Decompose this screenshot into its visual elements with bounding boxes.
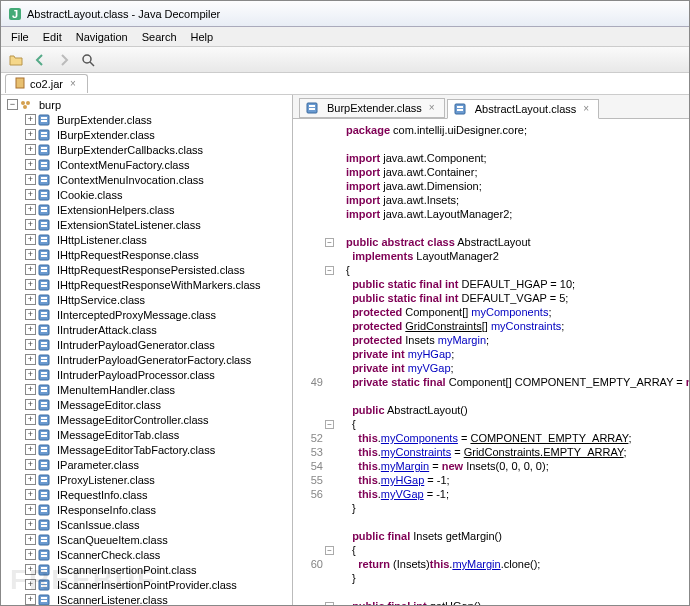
tree-item[interactable]: +IHttpRequestResponsePersisted.class — [1, 262, 292, 277]
expand-icon[interactable]: + — [25, 474, 36, 485]
code-viewer[interactable]: − − 49 −5253545556 −60 − 68 −75−76 78 −8… — [293, 119, 689, 605]
expand-icon[interactable]: + — [25, 174, 36, 185]
cls-icon — [38, 294, 52, 306]
close-icon[interactable]: × — [580, 103, 592, 115]
menu-search[interactable]: Search — [136, 29, 183, 45]
expand-icon[interactable]: + — [25, 399, 36, 410]
tree-item[interactable]: +IIntruderPayloadGeneratorFactory.class — [1, 352, 292, 367]
svg-rect-165 — [309, 105, 315, 107]
expand-icon[interactable]: + — [25, 549, 36, 560]
menu-edit[interactable]: Edit — [37, 29, 68, 45]
expand-icon[interactable]: + — [25, 429, 36, 440]
expand-icon[interactable]: + — [25, 504, 36, 515]
tree-item[interactable]: +IHttpListener.class — [1, 232, 292, 247]
expand-icon[interactable]: + — [25, 189, 36, 200]
tree-item[interactable]: +IContextMenuInvocation.class — [1, 172, 292, 187]
expand-icon[interactable]: + — [25, 129, 36, 140]
tree-item[interactable]: +IBurpExtender.class — [1, 127, 292, 142]
tree-item[interactable]: +IScannerCheck.class — [1, 547, 292, 562]
tree-item[interactable]: +IMessageEditor.class — [1, 397, 292, 412]
expand-icon[interactable]: + — [25, 144, 36, 155]
tree-item[interactable]: +IResponseInfo.class — [1, 502, 292, 517]
expand-icon[interactable]: + — [25, 444, 36, 455]
tree-item[interactable]: +IBurpExtenderCallbacks.class — [1, 142, 292, 157]
tree-item[interactable]: +IRequestInfo.class — [1, 487, 292, 502]
expand-icon[interactable]: + — [25, 279, 36, 290]
fold-icon[interactable]: − — [325, 238, 334, 247]
tree-item[interactable]: +IHttpRequestResponse.class — [1, 247, 292, 262]
open-button[interactable] — [5, 49, 27, 71]
svg-rect-57 — [41, 357, 47, 359]
tree-item[interactable]: +IScanIssue.class — [1, 517, 292, 532]
tree-item[interactable]: +IIntruderPayloadGenerator.class — [1, 337, 292, 352]
menu-navigation[interactable]: Navigation — [70, 29, 134, 45]
tree-item[interactable]: −burp — [1, 97, 292, 112]
forward-button[interactable] — [53, 49, 75, 71]
tree-item[interactable]: +IScannerListener.class — [1, 592, 292, 605]
expand-icon[interactable]: + — [25, 294, 36, 305]
expand-icon[interactable]: + — [25, 114, 36, 125]
tree-item[interactable]: +IMessageEditorTabFactory.class — [1, 442, 292, 457]
expand-icon[interactable]: + — [25, 459, 36, 470]
package-tree[interactable]: −burp+BurpExtender.class+IBurpExtender.c… — [1, 95, 293, 605]
expand-icon[interactable]: + — [25, 369, 36, 380]
tree-item[interactable]: +IProxyListener.class — [1, 472, 292, 487]
jar-tab[interactable]: co2.jar × — [5, 74, 88, 93]
tree-item[interactable]: +IMessageEditorTab.class — [1, 427, 292, 442]
collapse-icon[interactable]: − — [7, 99, 18, 110]
expand-icon[interactable]: + — [25, 204, 36, 215]
svg-rect-51 — [41, 327, 47, 329]
tree-item[interactable]: +BurpExtender.class — [1, 112, 292, 127]
expand-icon[interactable]: + — [25, 264, 36, 275]
menu-help[interactable]: Help — [185, 29, 220, 45]
fold-icon[interactable]: − — [325, 420, 334, 429]
tree-item[interactable]: +IExtensionStateListener.class — [1, 217, 292, 232]
tree-item-label: IProxyListener.class — [55, 474, 157, 486]
tree-item[interactable]: +IMenuItemHandler.class — [1, 382, 292, 397]
expand-icon[interactable]: + — [25, 234, 36, 245]
expand-icon[interactable]: + — [25, 159, 36, 170]
tree-item[interactable]: +IHttpRequestResponseWithMarkers.class — [1, 277, 292, 292]
close-icon[interactable]: × — [67, 78, 79, 90]
expand-icon[interactable]: + — [25, 534, 36, 545]
expand-icon[interactable]: + — [25, 339, 36, 350]
fold-icon[interactable]: − — [325, 602, 334, 606]
tree-item[interactable]: +IMessageEditorController.class — [1, 412, 292, 427]
tree-item[interactable]: +IIntruderPayloadProcessor.class — [1, 367, 292, 382]
tree-item[interactable]: +IInterceptedProxyMessage.class — [1, 307, 292, 322]
expand-icon[interactable]: + — [25, 414, 36, 425]
tree-item[interactable]: +IContextMenuFactory.class — [1, 157, 292, 172]
menu-file[interactable]: File — [5, 29, 35, 45]
search-button[interactable] — [77, 49, 99, 71]
close-icon[interactable]: × — [426, 102, 438, 114]
fold-icon[interactable]: − — [325, 266, 334, 275]
expand-icon[interactable]: + — [25, 594, 36, 605]
fold-icon[interactable]: − — [325, 546, 334, 555]
expand-icon[interactable]: + — [25, 249, 36, 260]
expand-icon[interactable]: + — [25, 324, 36, 335]
expand-icon[interactable]: + — [25, 309, 36, 320]
tree-item-label: IMessageEditor.class — [55, 399, 163, 411]
tree-item[interactable]: +IScanQueueItem.class — [1, 532, 292, 547]
svg-rect-27 — [41, 207, 47, 209]
svg-point-7 — [23, 105, 27, 109]
tree-item[interactable]: +IScannerInsertionPoint.class — [1, 562, 292, 577]
tree-item[interactable]: +IParameter.class — [1, 457, 292, 472]
tree-item[interactable]: +ICookie.class — [1, 187, 292, 202]
tree-item[interactable]: +IIntruderAttack.class — [1, 322, 292, 337]
tree-item[interactable]: +IScannerInsertionPointProvider.class — [1, 577, 292, 592]
expand-icon[interactable]: + — [25, 219, 36, 230]
editor-tab[interactable]: AbstractLayout.class× — [447, 99, 600, 119]
expand-icon[interactable]: + — [25, 384, 36, 395]
expand-icon[interactable]: + — [25, 354, 36, 365]
expand-icon[interactable]: + — [25, 489, 36, 500]
tree-item[interactable]: +IHttpService.class — [1, 292, 292, 307]
cls-icon — [38, 159, 52, 171]
expand-icon[interactable]: + — [25, 579, 36, 590]
svg-rect-9 — [41, 117, 47, 119]
expand-icon[interactable]: + — [25, 564, 36, 575]
back-button[interactable] — [29, 49, 51, 71]
tree-item[interactable]: +IExtensionHelpers.class — [1, 202, 292, 217]
expand-icon[interactable]: + — [25, 519, 36, 530]
editor-tab[interactable]: BurpExtender.class× — [299, 98, 445, 118]
